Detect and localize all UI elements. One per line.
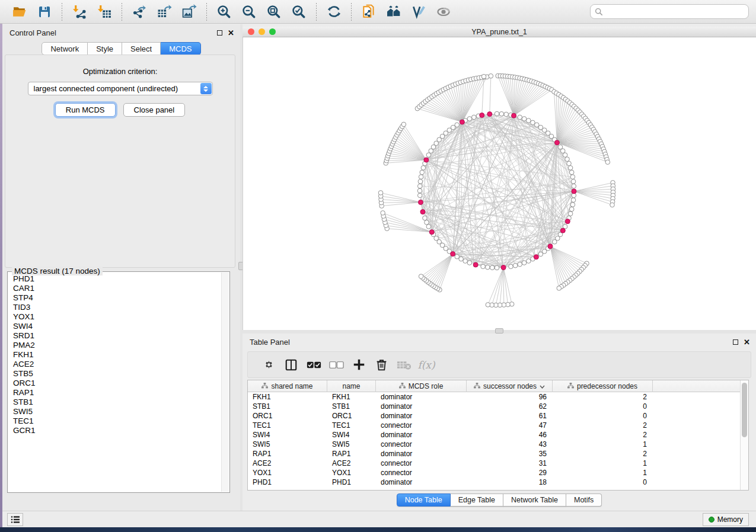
- graph-hub-node[interactable]: [429, 230, 434, 235]
- graph-node[interactable]: [417, 188, 422, 193]
- close-panel-button[interactable]: Close panel: [123, 103, 186, 117]
- close-panel-icon[interactable]: ✕: [228, 30, 234, 36]
- graph-hub-node[interactable]: [560, 228, 565, 233]
- table-row[interactable]: YOX1YOX1connector291: [248, 468, 748, 477]
- graph-hub-node[interactable]: [501, 265, 506, 270]
- graph-node[interactable]: [486, 265, 490, 270]
- mcds-result-node[interactable]: ACE2: [8, 360, 221, 369]
- tab-motifs[interactable]: Motifs: [566, 493, 602, 507]
- column-header-name[interactable]: name: [327, 380, 376, 392]
- column-header-predecessor_nodes[interactable]: predecessor nodes: [553, 380, 653, 392]
- mcds-result-list[interactable]: PHD1CAR1STP4TID3YOX1SWI4SRD1PMA2FKH1ACE2…: [8, 274, 221, 492]
- graph-hub-node[interactable]: [451, 252, 455, 257]
- graph-node[interactable]: [605, 160, 610, 165]
- mcds-result-node[interactable]: SRD1: [8, 331, 221, 341]
- float-panel-icon[interactable]: [733, 339, 738, 345]
- graph-node[interactable]: [553, 239, 557, 244]
- table-row[interactable]: SWI4SWI4dominator462: [248, 430, 748, 440]
- graph-node[interactable]: [417, 184, 422, 188]
- share-document-icon[interactable]: [361, 4, 377, 20]
- zoom-in-icon[interactable]: [216, 4, 232, 20]
- memory-button[interactable]: Memory: [703, 513, 749, 526]
- deselect-all-checkboxes-icon[interactable]: [325, 356, 347, 374]
- mcds-result-node[interactable]: GCR1: [8, 426, 221, 435]
- tab-mcds[interactable]: MCDS: [161, 42, 200, 55]
- table-row[interactable]: TEC1TEC1connector472: [248, 421, 748, 430]
- graph-node[interactable]: [571, 180, 576, 184]
- tab-network[interactable]: Network: [42, 42, 88, 55]
- graph-node[interactable]: [570, 203, 575, 207]
- graph-hub-node[interactable]: [480, 113, 484, 117]
- export-network-icon[interactable]: [132, 4, 147, 20]
- graph-hub-node[interactable]: [512, 113, 516, 118]
- mcds-result-node[interactable]: ORC1: [8, 379, 221, 388]
- zoom-window-light[interactable]: [269, 28, 276, 35]
- graph-node[interactable]: [490, 265, 495, 270]
- mcds-result-node[interactable]: SWI5: [8, 407, 221, 416]
- graph-node[interactable]: [499, 111, 504, 116]
- graph-node[interactable]: [378, 191, 383, 196]
- graph-node[interactable]: [463, 259, 468, 264]
- network-window-titlebar[interactable]: YPA_prune.txt_1: [243, 27, 756, 37]
- column-header-mcds_role[interactable]: MCDS role: [376, 380, 467, 392]
- graph-hub-node[interactable]: [572, 189, 576, 194]
- add-column-icon[interactable]: [347, 356, 370, 374]
- table-row[interactable]: STB1STB1dominator620: [248, 402, 748, 411]
- optimization-criterion-select[interactable]: largest connected component (undirected): [28, 82, 213, 95]
- graph-node[interactable]: [527, 259, 531, 264]
- horizontal-splitter-handle[interactable]: [495, 328, 503, 334]
- graph-hub-node[interactable]: [424, 158, 429, 162]
- node-table[interactable]: shared namenameMCDS rolesuccessor nodesp…: [247, 380, 749, 491]
- mcds-result-node[interactable]: STP4: [8, 293, 221, 303]
- zoom-selected-icon[interactable]: [291, 4, 307, 20]
- graph-node[interactable]: [563, 153, 567, 158]
- mcds-result-node[interactable]: TEC1: [8, 416, 221, 426]
- graph-node[interactable]: [418, 180, 423, 184]
- graph-node[interactable]: [381, 211, 385, 216]
- graph-node[interactable]: [531, 120, 535, 125]
- graph-node[interactable]: [518, 262, 522, 267]
- hide-annotations-icon[interactable]: [411, 4, 426, 20]
- graph-node[interactable]: [467, 117, 472, 121]
- graph-node[interactable]: [472, 115, 477, 120]
- close-window-light[interactable]: [248, 28, 254, 35]
- close-panel-icon[interactable]: ✕: [744, 339, 750, 345]
- graph-node[interactable]: [610, 203, 615, 207]
- table-row[interactable]: ORC1ORC1dominator610: [248, 411, 748, 421]
- table-row[interactable]: RAP1RAP1dominator352: [248, 449, 748, 459]
- graph-node[interactable]: [426, 153, 431, 158]
- graph-node[interactable]: [538, 252, 543, 257]
- graph-node[interactable]: [486, 303, 490, 307]
- graph-hub-node[interactable]: [554, 140, 559, 145]
- graph-node[interactable]: [489, 73, 493, 78]
- minimize-window-light[interactable]: [259, 28, 265, 35]
- tab-network-table[interactable]: Network Table: [503, 493, 566, 507]
- graph-hub-node[interactable]: [473, 262, 478, 267]
- delete-table-icon[interactable]: [393, 356, 415, 374]
- mcds-result-node[interactable]: FKH1: [8, 350, 221, 360]
- graph-node[interactable]: [426, 225, 431, 229]
- mcds-result-scrollbar[interactable]: [221, 273, 229, 492]
- graph-node[interactable]: [423, 216, 428, 220]
- table-row[interactable]: PHD1PHD1dominator180: [248, 477, 748, 487]
- graph-node[interactable]: [567, 161, 572, 166]
- graph-node[interactable]: [560, 149, 565, 153]
- tab-select[interactable]: Select: [122, 42, 161, 55]
- graph-node[interactable]: [455, 254, 460, 259]
- graph-hub-node[interactable]: [418, 200, 423, 204]
- graph-node[interactable]: [518, 115, 522, 120]
- graph-node[interactable]: [419, 274, 423, 279]
- graph-node[interactable]: [513, 263, 518, 268]
- graph-hub-node[interactable]: [548, 244, 553, 249]
- task-history-button[interactable]: [7, 513, 23, 526]
- graph-node[interactable]: [425, 220, 429, 225]
- graph-node[interactable]: [568, 211, 573, 216]
- column-layout-icon[interactable]: [280, 356, 302, 374]
- graph-node[interactable]: [455, 123, 460, 127]
- mcds-result-node[interactable]: STB1: [8, 398, 221, 407]
- table-row[interactable]: ACE2ACE2connector311: [248, 459, 748, 468]
- mcds-result-node[interactable]: TID3: [8, 303, 221, 312]
- graph-node[interactable]: [522, 117, 527, 121]
- graph-node[interactable]: [495, 265, 499, 270]
- graph-hub-node[interactable]: [420, 210, 425, 214]
